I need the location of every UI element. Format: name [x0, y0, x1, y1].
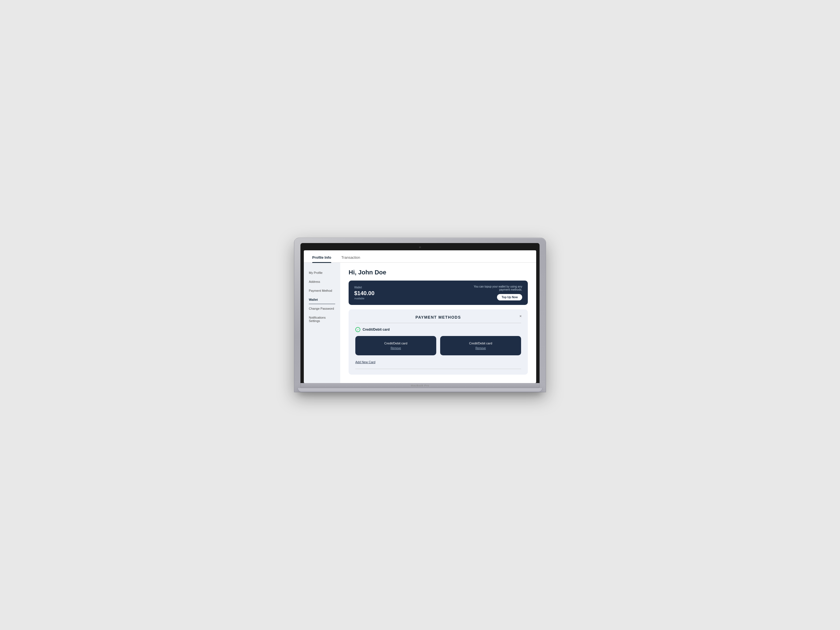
wallet-available: Available	[354, 297, 374, 300]
cards-grid: Credit/Debit card Remove Credit/Debit ca…	[355, 336, 521, 355]
sidebar-item-payment-method[interactable]: Payment Method	[304, 286, 340, 295]
card-item-1-label: Credit/Debit card	[360, 342, 432, 345]
camera-dot	[419, 246, 421, 248]
laptop-bottom-bar: MacBook Pro	[300, 383, 540, 388]
card-item-2-remove[interactable]: Remove	[445, 347, 516, 350]
sidebar-item-address[interactable]: Address	[304, 277, 340, 286]
bottom-divider	[355, 369, 521, 369]
laptop-container: Profile Info Transaction My Profile Addr…	[294, 238, 546, 392]
payment-methods-panel: × PAYMENT METHODS ✓ Credit/Debit card Cr…	[349, 309, 528, 375]
topup-button[interactable]: Top Up Now	[497, 294, 522, 300]
wallet-card: Wallet $140.00 Available You can topup y…	[349, 281, 528, 305]
sidebar: My Profile Address Payment Method Wallet…	[304, 263, 340, 383]
greeting-text: Hi, John Doe	[349, 269, 528, 276]
card-type-label: Credit/Debit card	[363, 328, 390, 332]
macbook-label: MacBook Pro	[301, 383, 539, 388]
sidebar-item-my-profile[interactable]: My Profile	[304, 268, 340, 277]
tab-transaction[interactable]: Transaction	[341, 255, 360, 262]
sidebar-item-wallet[interactable]: Wallet	[304, 295, 340, 304]
wallet-description: You can topup your wallet by using any p…	[466, 285, 522, 291]
tabs-bar: Profile Info Transaction	[304, 250, 536, 263]
check-icon: ✓	[355, 327, 360, 332]
card-item-1: Credit/Debit card Remove	[355, 336, 436, 355]
close-button[interactable]: ×	[518, 313, 523, 319]
content-area: My Profile Address Payment Method Wallet…	[304, 263, 536, 383]
payment-methods-title: PAYMENT METHODS	[355, 315, 521, 319]
screen: Profile Info Transaction My Profile Addr…	[304, 250, 536, 383]
laptop-base	[298, 388, 542, 392]
card-item-2-label: Credit/Debit card	[445, 342, 516, 345]
screen-bezel: Profile Info Transaction My Profile Addr…	[300, 243, 540, 383]
tab-profile-info[interactable]: Profile Info	[312, 255, 331, 262]
sidebar-item-notifications-settings[interactable]: Notifications Settings	[304, 313, 340, 325]
add-card-link[interactable]: Add New Card	[355, 360, 376, 364]
sidebar-item-change-password[interactable]: Change Password	[304, 304, 340, 313]
wallet-right: You can topup your wallet by using any p…	[466, 285, 522, 300]
card-item-2: Credit/Debit card Remove	[440, 336, 521, 355]
card-item-1-remove[interactable]: Remove	[360, 347, 432, 350]
wallet-label: Wallet	[354, 286, 374, 289]
wallet-amount: $140.00	[354, 290, 374, 297]
card-type-row: ✓ Credit/Debit card	[355, 327, 521, 332]
title-divider	[355, 323, 521, 323]
laptop-body: Profile Info Transaction My Profile Addr…	[294, 238, 546, 392]
main-panel: Hi, John Doe Wallet $140.00 Available Yo…	[340, 263, 536, 383]
wallet-left: Wallet $140.00 Available	[354, 286, 374, 300]
